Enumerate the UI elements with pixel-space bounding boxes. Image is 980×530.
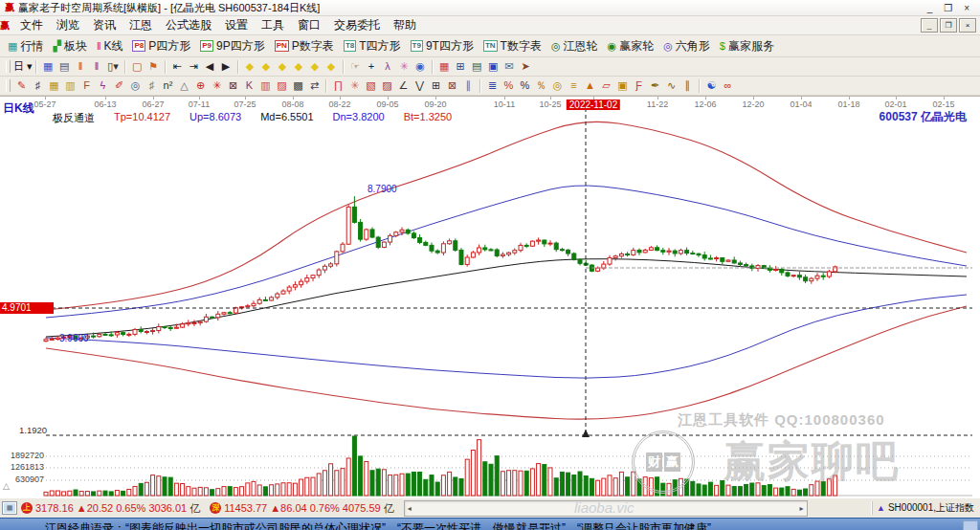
calculator-icon[interactable]: ⊞ [453,59,469,75]
channel-tool-icon[interactable]: ∥ [679,78,696,94]
ladder-tool-icon[interactable]: ≣ [484,78,501,94]
menu-item-0[interactable]: 文件 [13,16,50,34]
mdi-minimize-button[interactable]: _ [921,18,938,33]
period-day-button[interactable]: 日 ▾ [13,59,33,75]
gann-web-icon[interactable]: ✳ [396,59,412,75]
last-page-icon[interactable]: ⇥ [186,59,202,75]
diamond-fit-icon[interactable]: ◆ [323,59,340,75]
minimize-button[interactable]: _ [927,3,933,13]
globe-icon[interactable]: ◉ [412,59,429,75]
golden-box-tool-icon[interactable]: ▣ [614,78,631,94]
brush-tool-icon[interactable]: ✎ [13,78,30,94]
sector-button[interactable]: ▞板块 [48,37,91,55]
square-number-tool-icon[interactable]: n² [160,78,176,94]
info-panel-icon[interactable]: ▤ [56,59,73,75]
close-button[interactable]: × [964,3,969,13]
kline-expand-icon[interactable]: ‖ [89,59,105,75]
f-line-tool-icon[interactable]: Ƒ [631,78,647,94]
hatch-tool-icon[interactable]: ▨ [274,78,290,94]
crosshair-icon[interactable]: + [364,59,380,75]
send-icon[interactable]: ➤ [518,59,534,75]
menu-item-4[interactable]: 公式选股 [159,16,218,34]
zigzag-tool-icon[interactable]: ⋁ [412,78,428,94]
width-measure-tool-icon[interactable]: ⇄ [306,78,323,94]
infinity-icon[interactable]: ∞ [720,78,736,94]
scroll-right-button[interactable]: ▸ [797,504,807,513]
menu-item-9[interactable]: 帮助 [387,16,423,34]
menu-item-8[interactable]: 交易委托 [327,16,387,34]
menu-item-6[interactable]: 工具 [255,16,291,34]
diamond-zoom-h-icon[interactable]: ◆ [275,59,291,75]
mdi-close-button[interactable]: × [959,18,976,33]
save-icon[interactable]: ▣ [485,59,501,75]
winner-wheel-button[interactable]: ◉赢家轮 [603,37,659,55]
t-square-button[interactable]: T8T四方形 [339,37,406,55]
price-mark-tool-icon[interactable]: K [241,78,257,94]
table-grid2-tool-icon[interactable]: ⊠ [444,78,460,94]
sse-index-segment[interactable]: 上 3178.16 ▲20.52 0.65% 3036.01 亿 [21,501,200,516]
shade-box-tool-icon[interactable]: ▧ [363,78,379,94]
ray-fan-tool-icon[interactable]: ✳ [346,78,363,94]
kline-compress-icon[interactable]: ‖ [73,59,89,75]
percent2-tool-icon[interactable]: % [517,78,533,94]
diamond-pan-left-icon[interactable]: ◆ [242,59,258,75]
percent-tool-icon[interactable]: % [501,78,517,94]
menu-item-5[interactable]: 设置 [218,16,255,34]
p-square-button[interactable]: P8P四方形 [127,37,195,55]
golden-grid2-tool-icon[interactable]: ▥ [62,78,78,94]
maximize-button[interactable]: ❐ [944,3,952,13]
percent-gold-tool-icon[interactable]: ％ [533,78,549,94]
parallel-lines-tool-icon[interactable]: ∥ [460,78,477,94]
color-flag-icon[interactable]: ⚑ [145,59,162,75]
mail-icon[interactable]: ✉ [501,59,518,75]
compass-tool-icon[interactable]: △ [176,78,192,94]
menu-item-3[interactable]: 江恩 [122,16,159,34]
angle-measure-icon[interactable]: λ [380,59,396,75]
golden-grid-tool-icon[interactable]: ▦ [46,78,62,94]
target-tool-icon[interactable]: ⊕ [192,78,209,94]
scroll-left-button[interactable]: ◂ [405,504,414,513]
yin-yang-icon[interactable]: ☯ [703,78,720,94]
marker-tool-icon[interactable]: ✐ [111,78,127,94]
t-number-table-button[interactable]: TNT数字表 [479,37,546,55]
next-candle-icon[interactable]: ▶ [218,59,234,75]
spiral-tool-icon[interactable]: ϟ [95,78,111,94]
menu-item-2[interactable]: 资讯 [86,16,122,34]
table-grid-tool-icon[interactable]: ⊞ [428,78,444,94]
cycle-circle-tool-icon[interactable]: ◎ [127,78,144,94]
parallelogram-tool-icon[interactable]: ▱ [598,78,614,94]
chart-panel[interactable]: 日K线 600537 亿晶光电 极反通道 Tp=10.4127Up=8.6073… [0,96,980,497]
hexagon-button[interactable]: ◎六角形 [658,37,715,55]
fibonacci-tool-icon[interactable]: F [78,78,95,94]
scale-dropdown-button[interactable]: ▯▾ [105,59,122,75]
diamond-zoom-v-icon[interactable]: ◆ [291,59,307,75]
mdi-restore-button[interactable]: ❐ [940,18,957,33]
shade-box2-tool-icon[interactable]: ▨ [379,78,395,94]
calendar-icon[interactable]: ▦ [436,59,453,75]
horizontal-scrollbar[interactable]: ◂ ▸ [404,500,808,517]
grid-cross-tool-icon[interactable]: ⊠ [225,78,241,94]
szse-index-segment[interactable]: 深 11453.77 ▲86.04 0.76% 4075.59 亿 [210,501,393,516]
grid-lines-tool-icon[interactable]: ♯ [30,78,46,94]
notebook-icon[interactable]: ▤ [469,59,485,75]
current-index-selector[interactable]: ▲ SH000001,上证指数 [872,501,978,515]
gann-wheel-button[interactable]: ◎江恩轮 [546,37,603,55]
gold-pen-tool-icon[interactable]: ✒ [647,78,663,94]
p-number-table-button[interactable]: PNP数字表 [270,37,339,55]
first-page-icon[interactable]: ⇤ [169,59,186,75]
kline-frame-icon[interactable]: ▢ [129,59,145,75]
density-lines-tool-icon[interactable]: ♯ [144,78,160,94]
diamond-expand-icon[interactable]: ◆ [307,59,323,75]
wave-tool-icon[interactable]: ∿ [663,78,679,94]
fence-tool-icon[interactable]: ▥ [257,78,274,94]
golden-circle-tool-icon[interactable]: ◎ [549,78,566,94]
mesh-tool-icon[interactable]: ▩ [290,78,306,94]
alert-pen-tool-icon[interactable]: ▲ [582,78,598,94]
quote-board-button[interactable]: ▦行情 [3,37,48,55]
kline-button[interactable]: ‖K线 [92,37,128,55]
winner-service-button[interactable]: $赢家服务 [715,37,779,55]
market-grid-icon[interactable]: ▦ [2,501,17,515]
t9-square-button[interactable]: T99T四方形 [406,37,479,55]
prev-candle-icon[interactable]: ◀ [202,59,218,75]
p9-square-button[interactable]: P99P四方形 [195,37,269,55]
